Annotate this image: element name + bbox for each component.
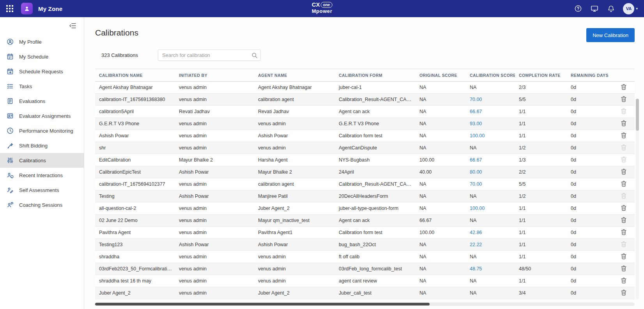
delete-icon[interactable] <box>621 120 626 126</box>
calibration-score-link[interactable]: 70.00 <box>470 97 482 102</box>
delete-icon[interactable] <box>621 181 626 187</box>
app-launcher-icon[interactable] <box>4 3 16 14</box>
sidebar-item-recent-interactions[interactable]: Recent Interactions <box>0 168 84 183</box>
calibration-score-cell: NA <box>466 142 515 154</box>
table-row[interactable]: calibration5AprilRevati JadhavRevati Jad… <box>95 106 635 118</box>
initiated-by-cell: Ashish Powar <box>175 239 254 251</box>
delete-icon[interactable] <box>621 84 626 90</box>
delete-icon[interactable] <box>621 132 626 139</box>
calibration-form-cell: agent cant review <box>335 275 416 287</box>
calibration-score-link[interactable]: 66.67 <box>470 109 482 114</box>
table-row[interactable]: all-question-cal-2venus adminJuber Agent… <box>95 202 635 215</box>
column-header-original-score[interactable]: ORIGINAL SCORE <box>416 69 466 82</box>
table-row[interactable]: shrvenus adminvenus adminAgentCanDispute… <box>95 142 635 154</box>
table-row[interactable]: TestingAshish PowarManjiree Patil20DecAl… <box>95 190 635 202</box>
vertical-scrollbar-thumb[interactable] <box>636 99 639 131</box>
calibration-score-link[interactable]: 100.00 <box>470 206 485 211</box>
sidebar-item-self-assessments[interactable]: Self Assessments <box>0 183 84 197</box>
delete-cell <box>612 215 635 227</box>
calibration-score-link[interactable]: 42.86 <box>470 230 482 235</box>
table-row[interactable]: shraddhavenus adminvenus adminft off cal… <box>95 251 635 263</box>
horizontal-scrollbar-thumb[interactable] <box>95 303 430 305</box>
original-score-cell: 100.00 <box>416 227 466 239</box>
sidebar-item-schedule-requests[interactable]: Schedule Requests <box>0 64 84 79</box>
column-header-calibration-score[interactable]: CALIBRATION SCORE <box>466 69 515 82</box>
remaining-days-cell: 0d <box>567 275 612 287</box>
column-header-agent-name[interactable]: AGENT NAME <box>254 69 335 82</box>
table-row[interactable]: Pavithra Agentvenus adminPavithra Agent1… <box>95 227 635 239</box>
sidebar-item-coaching-sessions[interactable]: Coaching Sessions <box>0 197 84 212</box>
completion-rate-cell: 2/3 <box>515 82 567 94</box>
sidebar-collapse-icon[interactable] <box>69 23 76 29</box>
table-row[interactable]: G.E.R.T V3 Phonevenus adminvenus adminG.… <box>95 118 635 130</box>
calibration-score-link[interactable]: 100.00 <box>470 133 485 139</box>
table-row[interactable]: EditCalibrationMayur Bhalke 2Harsha Agen… <box>95 154 635 166</box>
calibration-name-cell: G.E.R.T V3 Phone <box>95 118 175 130</box>
column-header-calibration-form[interactable]: CALIBRATION FORM <box>335 69 416 82</box>
user-menu[interactable]: VA ▾ <box>623 3 638 14</box>
column-header-initiated-by[interactable]: INITIATED BY <box>175 69 254 82</box>
sidebar-item-my-schedule[interactable]: My Schedule <box>0 49 84 64</box>
table-row[interactable]: Ashish Powarvenus adminAshish PowarCalib… <box>95 130 635 142</box>
column-header-calibration-name[interactable]: CALIBRATION NAME <box>95 69 175 82</box>
sidebar-item-calibrations[interactable]: Calibrations <box>0 153 84 168</box>
cxone-mpower-logo: CXone Mpower <box>312 2 333 14</box>
screen-share-icon[interactable] <box>590 4 599 13</box>
initiated-by-cell: venus admin <box>175 142 254 154</box>
agent-name-cell: Ashish Powar <box>254 239 335 251</box>
calibration-score-cell: 80.00 <box>466 166 515 178</box>
table-row[interactable]: Testing123Ashish PowarAshish Powarbug_ba… <box>95 239 635 251</box>
vertical-scrollbar[interactable] <box>636 99 639 299</box>
remaining-days-cell: 0d <box>567 82 612 94</box>
table-row[interactable]: CalibrationEpicTestAshish PowarMayur Bha… <box>95 166 635 178</box>
search-input[interactable] <box>158 50 261 61</box>
delete-icon <box>621 193 626 199</box>
delete-icon[interactable] <box>621 265 626 272</box>
calibration-name-cell: Pavithra Agent <box>95 227 175 239</box>
help-icon[interactable] <box>574 4 582 13</box>
column-header-completion-rate[interactable]: COMPLETION RATE <box>515 69 567 82</box>
calibration-score-link[interactable]: 93.00 <box>470 121 482 126</box>
user-avatar[interactable]: VA <box>623 3 634 14</box>
sidebar-item-shift-bidding[interactable]: Shift Bidding <box>0 138 84 153</box>
calibration-score-cell: NA <box>466 251 515 263</box>
calibration-score-link[interactable]: 80.00 <box>470 169 482 175</box>
delete-icon[interactable] <box>621 96 626 102</box>
completion-rate-cell: 1/1 <box>515 251 567 263</box>
delete-icon[interactable] <box>621 217 626 223</box>
search-icon[interactable] <box>251 52 258 60</box>
delete-cell <box>612 166 635 178</box>
new-calibration-button[interactable]: New Calibration <box>586 28 635 42</box>
calibrations-table: CALIBRATION NAMEINITIATED BYAGENT NAMECA… <box>95 69 635 299</box>
delete-icon[interactable] <box>621 253 626 259</box>
sidebar-item-evaluator-assignments[interactable]: Evaluator Assignments <box>0 108 84 123</box>
sidebar-item-evaluations[interactable]: Evaluations <box>0 94 84 108</box>
table-row[interactable]: 02 June 22 Demovenus adminMayur qm_inact… <box>95 215 635 227</box>
horizontal-scrollbar[interactable] <box>95 302 635 306</box>
calibration-score-link[interactable]: 22.22 <box>470 242 482 247</box>
delete-icon[interactable] <box>621 289 626 296</box>
delete-icon[interactable] <box>621 169 626 175</box>
table-row[interactable]: Agent Akshay Bhatnagarvenus adminAgent A… <box>95 82 635 94</box>
delete-icon[interactable] <box>621 277 626 284</box>
table-row[interactable]: 03rdFeb2023_50_Formcalibratio...venus ad… <box>95 263 635 275</box>
sidebar-item-tasks[interactable]: Tasks <box>0 79 84 94</box>
calibrations-table-body: Agent Akshay Bhatnagarvenus adminAgent A… <box>95 82 635 299</box>
original-score-cell: NA <box>416 130 466 142</box>
sidebar-item-my-profile[interactable]: My Profile <box>0 34 84 49</box>
table-row[interactable]: calibration-IT_1675691368380venus adminc… <box>95 94 635 106</box>
sidebar-item-performance-monitoring[interactable]: Performance Monitoring <box>0 123 84 138</box>
table-row[interactable]: calibration-IT_1675694102377venus adminc… <box>95 178 635 190</box>
calibration-score-link[interactable]: 48.75 <box>470 266 482 272</box>
table-row[interactable]: shraddha test 16 th mayvenus adminvenus … <box>95 275 635 287</box>
delete-icon[interactable] <box>621 205 626 211</box>
calibration-score-link[interactable]: 66.67 <box>470 157 482 163</box>
delete-cell <box>612 178 635 190</box>
my-zone-app-icon[interactable] <box>21 3 33 14</box>
remaining-days-cell: 0d <box>567 202 612 215</box>
calibration-score-link[interactable]: 70.00 <box>470 181 482 187</box>
column-header-remaining-days[interactable]: REMAINING DAYS <box>567 69 612 82</box>
notifications-bell-icon[interactable] <box>607 4 615 13</box>
table-row[interactable]: Juber Agent_2venus adminJuber Agent_2Jub… <box>95 287 635 299</box>
delete-icon[interactable] <box>621 229 626 235</box>
